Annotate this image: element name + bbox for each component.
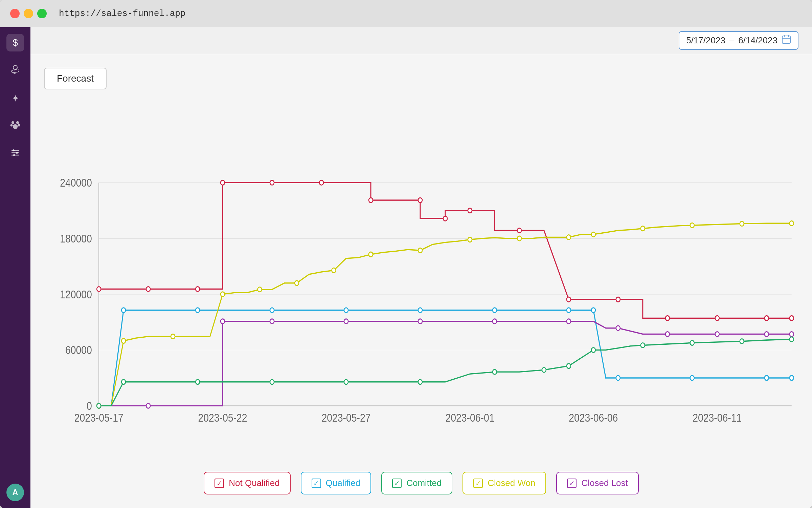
svg-point-102 [493,369,497,374]
svg-point-43 [418,198,422,203]
sidebar-item-weather[interactable] [6,62,24,79]
url-bar: https://sales-funnel.app [59,8,185,19]
closed-won-dots [97,221,794,408]
legend-committed[interactable]: ✓ Comitted [381,472,452,494]
legend-label-not-qualified: Not Qualified [229,478,279,488]
svg-point-38 [196,287,200,291]
closed-lost-line [99,339,792,406]
sidebar-item-paw[interactable] [6,117,24,135]
app-body: $ ✦ [0,27,812,508]
legend-qualified[interactable]: ✓ Qualified [301,472,371,494]
svg-point-91 [591,232,595,237]
calendar-icon [782,35,791,46]
legend-check-closed-lost: ✓ [567,479,577,488]
legend-not-qualified[interactable]: ✓ Not Qualified [204,472,290,494]
traffic-lights [10,9,47,18]
svg-point-45 [468,208,472,213]
svg-point-51 [765,316,769,320]
sidebar-item-dollar[interactable]: $ [6,34,24,51]
svg-point-41 [319,180,323,185]
svg-point-82 [221,292,225,297]
svg-line-3 [16,73,16,74]
svg-line-2 [14,73,15,74]
svg-point-36 [97,287,101,291]
svg-point-81 [171,334,175,339]
maximize-button[interactable] [37,9,47,18]
svg-point-7 [18,124,20,126]
top-bar: 5/17/2023 – 6/14/2023 [30,27,812,54]
committed-dots [97,319,794,408]
svg-point-54 [121,308,126,313]
sidebar-item-sliders[interactable] [6,145,24,163]
svg-text:2023-06-06: 2023-06-06 [569,411,618,424]
title-bar: https://sales-funnel.app [0,0,812,27]
svg-point-103 [542,367,546,372]
line-chart: .axis-label { font-size: 28px; fill: #66… [44,103,798,462]
not-qualified-line [99,183,792,318]
svg-point-65 [790,376,794,380]
svg-text:2023-05-22: 2023-05-22 [198,411,247,424]
svg-point-76 [715,332,719,336]
chart-container: .axis-label { font-size: 28px; fill: #66… [44,103,798,494]
svg-point-47 [567,297,571,302]
legend-label-qualified: Qualified [326,478,361,488]
svg-point-63 [690,376,694,380]
svg-point-107 [690,340,694,345]
weather-icon [10,64,21,77]
svg-line-1 [13,73,13,74]
date-start: 5/17/2023 [686,35,725,46]
svg-point-4 [12,121,14,124]
svg-point-57 [344,308,348,313]
svg-point-106 [641,343,645,347]
chart-svg-wrapper: .axis-label { font-size: 28px; fill: #66… [44,103,798,462]
minimize-button[interactable] [24,9,33,18]
svg-point-101 [418,380,422,384]
svg-point-52 [790,316,794,320]
closed-lost-dots [97,337,794,408]
svg-point-104 [567,364,571,368]
svg-point-0 [13,65,17,69]
svg-point-42 [369,198,373,203]
svg-point-67 [146,403,150,408]
svg-point-97 [121,380,126,384]
qualified-dots [97,308,794,408]
svg-point-13 [13,154,15,156]
legend-closed-won[interactable]: ✓ Closed Won [463,472,546,494]
svg-point-5 [16,121,19,124]
svg-point-72 [493,319,497,324]
avatar[interactable]: A [6,484,24,501]
svg-point-93 [690,223,694,228]
legend-closed-lost[interactable]: ✓ Closed Lost [556,472,638,494]
svg-point-99 [270,380,274,384]
svg-point-59 [493,308,497,313]
forecast-button[interactable]: Forecast [44,68,107,89]
svg-point-9 [13,149,15,151]
svg-point-98 [196,380,200,384]
svg-text:240000: 240000 [60,176,92,189]
svg-point-75 [666,332,670,336]
svg-text:60000: 60000 [65,344,92,357]
svg-point-87 [418,248,422,253]
date-range-picker[interactable]: 5/17/2023 – 6/14/2023 [679,31,798,50]
svg-point-64 [765,376,769,380]
svg-point-109 [790,337,794,342]
svg-point-90 [567,235,571,239]
committed-line [99,321,792,406]
svg-point-68 [221,319,225,324]
sliders-icon [10,148,20,160]
close-button[interactable] [10,9,20,18]
sidebar-item-sparkle[interactable]: ✦ [6,89,24,107]
svg-text:2023-05-17: 2023-05-17 [74,411,123,424]
legend-label-committed: Comitted [406,478,442,488]
svg-point-48 [616,297,620,302]
svg-point-95 [790,221,794,226]
svg-point-77 [765,332,769,336]
svg-point-84 [295,281,299,285]
svg-point-89 [517,236,521,241]
svg-point-61 [591,308,595,313]
svg-point-78 [790,332,794,336]
legend-label-closed-won: Closed Won [488,478,535,488]
window-frame: https://sales-funnel.app $ [0,0,812,508]
svg-point-58 [418,308,422,313]
svg-point-71 [418,319,422,324]
